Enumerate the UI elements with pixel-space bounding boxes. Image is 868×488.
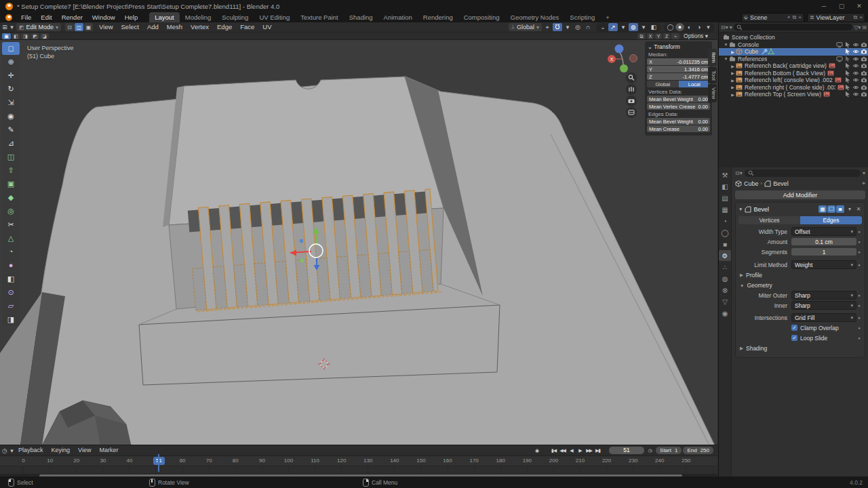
workspace-tab[interactable]: Texture Paint bbox=[295, 12, 343, 22]
tool-button[interactable]: ▱ bbox=[2, 300, 20, 312]
animate-dot[interactable]: ● bbox=[856, 240, 862, 244]
animate-dot[interactable]: ● bbox=[856, 336, 862, 340]
loop-slide-checkbox[interactable]: ✓Loop Slide bbox=[791, 335, 856, 342]
use-preview-range-toggle[interactable]: ◷ bbox=[646, 447, 654, 454]
rendered-shading-button[interactable]: ◑ bbox=[694, 23, 703, 31]
selectable-icon[interactable] bbox=[844, 48, 851, 55]
animate-dot[interactable]: ● bbox=[856, 304, 862, 308]
mirror-x-button[interactable]: X bbox=[647, 33, 654, 39]
hide-icon[interactable] bbox=[852, 56, 859, 62]
workspace-tab[interactable]: Modeling bbox=[180, 12, 217, 22]
overlays-toggle[interactable]: ◍ bbox=[629, 23, 638, 31]
hide-icon[interactable] bbox=[852, 41, 859, 48]
segments-field[interactable]: 1 bbox=[791, 248, 856, 256]
expand-icon[interactable]: ▶ bbox=[730, 64, 736, 68]
select-invert-button[interactable]: ◩ bbox=[31, 33, 39, 39]
properties-editor-icon[interactable]: ⊟▾ bbox=[735, 170, 743, 176]
timeline-menu-item[interactable]: Marker bbox=[95, 445, 122, 455]
timeline-menu-item[interactable]: View bbox=[74, 445, 95, 455]
median-axis-field[interactable]: Y1.3416 cm bbox=[647, 66, 710, 73]
properties-tab[interactable]: ◯ bbox=[719, 227, 731, 238]
selectable-icon[interactable] bbox=[844, 70, 851, 77]
expand-icon[interactable]: ▼ bbox=[723, 57, 729, 61]
expand-icon[interactable]: ▶ bbox=[730, 49, 736, 54]
vertices-button[interactable]: Vertices bbox=[738, 216, 800, 224]
viewport-menu-item[interactable]: Face bbox=[236, 22, 258, 32]
edge-data-field[interactable]: Mean Crease0.00 bbox=[647, 125, 710, 132]
playback-button[interactable]: ▶ bbox=[576, 447, 585, 454]
expand-icon[interactable]: ▶ bbox=[730, 70, 736, 75]
viewlayer-selector[interactable]: ≣ ViewLayer ⧉ × bbox=[807, 13, 865, 22]
limit-method-dropdown[interactable]: Weight▾ bbox=[791, 260, 856, 269]
display-realtime-toggle[interactable]: 🖵 bbox=[827, 205, 835, 213]
workspace-tab[interactable]: + bbox=[600, 12, 615, 22]
profile-subpanel-header[interactable]: ▶Profile bbox=[740, 271, 862, 279]
intersections-dropdown[interactable]: Grid Fill▾ bbox=[791, 313, 856, 322]
timeline-track[interactable] bbox=[0, 466, 717, 474]
new-viewlayer-icon[interactable]: ⧉ bbox=[854, 14, 858, 21]
median-axis-field[interactable]: Z-1.4777 cm bbox=[647, 73, 710, 80]
vertex-data-field[interactable]: Mean Bevel Weight0.00 bbox=[647, 96, 710, 102]
hide-icon[interactable] bbox=[852, 48, 859, 55]
snap-base-icon[interactable]: ⌁ bbox=[671, 33, 679, 39]
selectable-icon[interactable] bbox=[844, 84, 851, 91]
close-button[interactable]: ✕ bbox=[850, 0, 868, 12]
selectable-icon[interactable] bbox=[844, 62, 851, 69]
properties-options-dropdown[interactable]: ▾ bbox=[863, 170, 865, 176]
amount-field[interactable]: 0.1 cm bbox=[791, 238, 856, 245]
tool-button[interactable]: ✂ bbox=[2, 218, 20, 231]
properties-tab[interactable]: ◔ bbox=[719, 216, 731, 226]
overlays-dropdown[interactable]: ▾ bbox=[639, 23, 648, 31]
render-visibility-icon[interactable] bbox=[861, 77, 867, 83]
workspace-tab[interactable]: Shading bbox=[344, 12, 378, 22]
edge-select-button[interactable]: ◫ bbox=[75, 23, 83, 31]
expand-icon[interactable]: ▶ bbox=[730, 78, 736, 83]
median-axis-field[interactable]: X-0.011235 cm bbox=[647, 58, 710, 65]
hide-icon[interactable] bbox=[852, 70, 859, 77]
selectable-icon[interactable] bbox=[844, 91, 851, 98]
breadcrumb-modifier[interactable]: Bevel bbox=[773, 180, 789, 187]
properties-tab[interactable]: ◍ bbox=[719, 273, 731, 284]
outliner-row-console[interactable]: ▼ Console bbox=[719, 41, 868, 49]
global-button[interactable]: Global bbox=[647, 81, 679, 87]
miter-inner-dropdown[interactable]: Sharp▾ bbox=[791, 301, 856, 310]
selectable-icon[interactable] bbox=[844, 41, 851, 48]
select-intersect-button[interactable]: ◪ bbox=[40, 33, 49, 39]
timeline-editor-chevron-icon[interactable]: ▾ bbox=[9, 447, 14, 455]
workspace-tab[interactable]: Geometry Nodes bbox=[505, 12, 565, 22]
tool-button[interactable]: ◨ bbox=[2, 313, 20, 326]
tool-button[interactable]: ⊿ bbox=[2, 137, 20, 150]
tool-button[interactable]: ◔ bbox=[2, 245, 20, 258]
tool-button[interactable]: ⇲ bbox=[2, 96, 20, 109]
tool-button[interactable]: ✎ bbox=[2, 123, 20, 136]
properties-tab[interactable]: ◉ bbox=[719, 308, 731, 319]
workspace-tab[interactable]: Scripting bbox=[564, 12, 600, 22]
playback-button[interactable]: ◀ bbox=[567, 447, 576, 454]
render-visibility-icon[interactable] bbox=[861, 41, 867, 48]
blender-menu-icon[interactable] bbox=[5, 14, 12, 21]
remove-viewlayer-icon[interactable]: × bbox=[859, 14, 863, 20]
wireframe-shading-button[interactable]: ◯ bbox=[666, 23, 675, 31]
workspace-tab[interactable]: Rendering bbox=[418, 12, 458, 22]
tool-button[interactable]: ↻ bbox=[2, 83, 20, 96]
tool-button[interactable]: △ bbox=[2, 232, 20, 245]
edges-button[interactable]: Edges bbox=[800, 216, 862, 224]
outliner-row-scene-collection[interactable]: Scene Collection bbox=[719, 34, 868, 41]
vertex-data-field[interactable]: Mean Vertex Crease0.00 bbox=[647, 103, 710, 110]
render-visibility-icon[interactable] bbox=[861, 48, 867, 55]
tool-button[interactable]: ● bbox=[2, 259, 20, 272]
tool-button[interactable]: ◆ bbox=[2, 191, 20, 204]
exclude-icon[interactable] bbox=[836, 41, 843, 48]
tool-button[interactable]: ◧ bbox=[2, 272, 20, 285]
animate-dot[interactable]: ● bbox=[856, 230, 862, 234]
maximize-button[interactable]: ▢ bbox=[833, 0, 850, 12]
viewport-3d[interactable]: X User Perspective (51) Cube bbox=[0, 40, 717, 445]
display-editmode-toggle[interactable]: ▦ bbox=[818, 205, 827, 213]
properties-tab[interactable]: ▦ bbox=[719, 204, 731, 215]
workspace-tab[interactable]: Layout bbox=[149, 12, 180, 22]
editor-type-chevron-icon[interactable]: ▾ bbox=[9, 23, 14, 31]
topbar-menu-item[interactable]: Edit bbox=[36, 12, 56, 22]
outliner-row-references[interactable]: ▼ References bbox=[719, 56, 868, 63]
options-dropdown[interactable]: Options ▾ bbox=[684, 33, 708, 39]
gizmos-toggle[interactable]: ↗ bbox=[608, 23, 618, 31]
